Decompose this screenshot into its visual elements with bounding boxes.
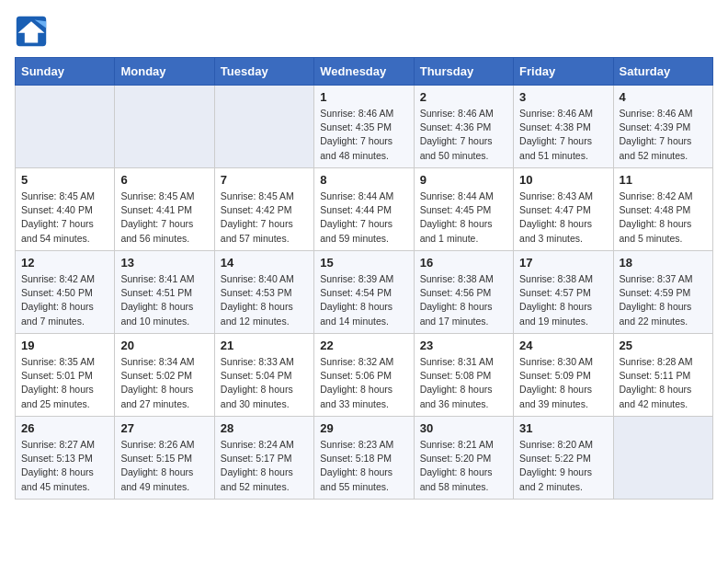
day-info: Sunrise: 8:21 AM Sunset: 5:20 PM Dayligh… <box>420 438 507 494</box>
day-header-wednesday: Wednesday <box>314 58 414 86</box>
day-number: 2 <box>420 90 507 104</box>
calendar-cell: 5Sunrise: 8:45 AM Sunset: 4:40 PM Daylig… <box>16 168 115 251</box>
day-number: 17 <box>519 256 607 270</box>
day-info: Sunrise: 8:45 AM Sunset: 4:42 PM Dayligh… <box>221 190 308 246</box>
day-header-saturday: Saturday <box>613 58 712 86</box>
calendar-cell: 11Sunrise: 8:42 AM Sunset: 4:48 PM Dayli… <box>613 168 712 251</box>
day-number: 25 <box>620 339 707 352</box>
day-info: Sunrise: 8:45 AM Sunset: 4:40 PM Dayligh… <box>21 190 108 246</box>
day-number: 6 <box>120 173 208 187</box>
calendar-week-row: 26Sunrise: 8:27 AM Sunset: 5:13 PM Dayli… <box>16 417 713 500</box>
calendar-cell: 17Sunrise: 8:38 AM Sunset: 4:57 PM Dayli… <box>514 251 613 334</box>
day-number: 31 <box>519 421 607 435</box>
calendar-cell: 31Sunrise: 8:20 AM Sunset: 5:22 PM Dayli… <box>514 417 613 500</box>
day-info: Sunrise: 8:35 AM Sunset: 5:01 PM Dayligh… <box>21 355 108 411</box>
calendar-cell: 22Sunrise: 8:32 AM Sunset: 5:06 PM Dayli… <box>314 334 414 417</box>
calendar-cell <box>16 86 115 168</box>
day-info: Sunrise: 8:34 AM Sunset: 5:02 PM Dayligh… <box>120 355 208 411</box>
calendar-cell: 29Sunrise: 8:23 AM Sunset: 5:18 PM Dayli… <box>314 417 414 500</box>
day-number: 9 <box>420 173 507 187</box>
day-number: 10 <box>519 173 607 187</box>
day-number: 26 <box>21 421 108 435</box>
calendar-cell: 25Sunrise: 8:28 AM Sunset: 5:11 PM Dayli… <box>613 334 712 417</box>
calendar-cell: 12Sunrise: 8:42 AM Sunset: 4:50 PM Dayli… <box>16 251 115 334</box>
day-info: Sunrise: 8:20 AM Sunset: 5:22 PM Dayligh… <box>519 438 607 494</box>
day-info: Sunrise: 8:38 AM Sunset: 4:57 PM Dayligh… <box>519 272 607 328</box>
day-info: Sunrise: 8:46 AM Sunset: 4:36 PM Dayligh… <box>420 107 507 163</box>
day-number: 20 <box>120 339 208 352</box>
day-number: 19 <box>21 339 108 352</box>
day-info: Sunrise: 8:33 AM Sunset: 5:04 PM Dayligh… <box>221 355 308 411</box>
day-header-tuesday: Tuesday <box>214 58 313 86</box>
day-number: 5 <box>21 173 108 187</box>
calendar-cell: 7Sunrise: 8:45 AM Sunset: 4:42 PM Daylig… <box>214 168 313 251</box>
day-number: 1 <box>320 90 407 104</box>
calendar-cell: 10Sunrise: 8:43 AM Sunset: 4:47 PM Dayli… <box>514 168 613 251</box>
calendar-cell <box>214 86 313 168</box>
day-info: Sunrise: 8:39 AM Sunset: 4:54 PM Dayligh… <box>320 272 407 328</box>
calendar-cell <box>613 417 712 500</box>
day-info: Sunrise: 8:38 AM Sunset: 4:56 PM Dayligh… <box>420 272 507 328</box>
logo-icon <box>15 15 48 48</box>
day-info: Sunrise: 8:23 AM Sunset: 5:18 PM Dayligh… <box>320 438 407 494</box>
calendar-cell: 20Sunrise: 8:34 AM Sunset: 5:02 PM Dayli… <box>115 334 214 417</box>
calendar-table: SundayMondayTuesdayWednesdayThursdayFrid… <box>15 57 713 500</box>
day-number: 8 <box>320 173 407 187</box>
calendar-cell: 1Sunrise: 8:46 AM Sunset: 4:35 PM Daylig… <box>314 86 414 168</box>
day-info: Sunrise: 8:46 AM Sunset: 4:39 PM Dayligh… <box>620 107 707 163</box>
day-number: 30 <box>420 421 507 435</box>
calendar-cell: 4Sunrise: 8:46 AM Sunset: 4:39 PM Daylig… <box>613 86 712 168</box>
day-info: Sunrise: 8:27 AM Sunset: 5:13 PM Dayligh… <box>21 438 108 494</box>
day-info: Sunrise: 8:28 AM Sunset: 5:11 PM Dayligh… <box>620 355 707 411</box>
calendar-week-row: 1Sunrise: 8:46 AM Sunset: 4:35 PM Daylig… <box>16 86 713 168</box>
calendar-cell: 14Sunrise: 8:40 AM Sunset: 4:53 PM Dayli… <box>214 251 313 334</box>
day-info: Sunrise: 8:32 AM Sunset: 5:06 PM Dayligh… <box>320 355 407 411</box>
calendar-cell: 30Sunrise: 8:21 AM Sunset: 5:20 PM Dayli… <box>414 417 513 500</box>
calendar-cell: 18Sunrise: 8:37 AM Sunset: 4:59 PM Dayli… <box>613 251 712 334</box>
day-number: 11 <box>620 173 707 187</box>
day-number: 7 <box>221 173 308 187</box>
day-number: 28 <box>221 421 308 435</box>
day-info: Sunrise: 8:43 AM Sunset: 4:47 PM Dayligh… <box>519 190 607 246</box>
calendar-cell: 19Sunrise: 8:35 AM Sunset: 5:01 PM Dayli… <box>16 334 115 417</box>
day-number: 24 <box>519 339 607 352</box>
day-info: Sunrise: 8:40 AM Sunset: 4:53 PM Dayligh… <box>221 272 308 328</box>
calendar-header-row: SundayMondayTuesdayWednesdayThursdayFrid… <box>16 58 713 86</box>
day-number: 22 <box>320 339 407 352</box>
day-number: 12 <box>21 256 108 270</box>
day-info: Sunrise: 8:45 AM Sunset: 4:41 PM Dayligh… <box>120 190 208 246</box>
header <box>15 15 713 48</box>
calendar-week-row: 5Sunrise: 8:45 AM Sunset: 4:40 PM Daylig… <box>16 168 713 251</box>
day-number: 3 <box>519 90 607 104</box>
calendar-cell: 16Sunrise: 8:38 AM Sunset: 4:56 PM Dayli… <box>414 251 513 334</box>
day-info: Sunrise: 8:31 AM Sunset: 5:08 PM Dayligh… <box>420 355 507 411</box>
calendar-cell: 9Sunrise: 8:44 AM Sunset: 4:45 PM Daylig… <box>414 168 513 251</box>
day-info: Sunrise: 8:37 AM Sunset: 4:59 PM Dayligh… <box>620 272 707 328</box>
day-number: 15 <box>320 256 407 270</box>
day-number: 4 <box>620 90 707 104</box>
day-info: Sunrise: 8:41 AM Sunset: 4:51 PM Dayligh… <box>120 272 208 328</box>
day-info: Sunrise: 8:26 AM Sunset: 5:15 PM Dayligh… <box>120 438 208 494</box>
day-header-sunday: Sunday <box>16 58 115 86</box>
calendar-cell: 26Sunrise: 8:27 AM Sunset: 5:13 PM Dayli… <box>16 417 115 500</box>
day-number: 21 <box>221 339 308 352</box>
day-number: 16 <box>420 256 507 270</box>
calendar-week-row: 12Sunrise: 8:42 AM Sunset: 4:50 PM Dayli… <box>16 251 713 334</box>
calendar-cell: 8Sunrise: 8:44 AM Sunset: 4:44 PM Daylig… <box>314 168 414 251</box>
day-header-friday: Friday <box>514 58 613 86</box>
day-info: Sunrise: 8:42 AM Sunset: 4:50 PM Dayligh… <box>21 272 108 328</box>
day-number: 29 <box>320 421 407 435</box>
calendar-cell: 28Sunrise: 8:24 AM Sunset: 5:17 PM Dayli… <box>214 417 313 500</box>
calendar-cell <box>115 86 214 168</box>
calendar-cell: 21Sunrise: 8:33 AM Sunset: 5:04 PM Dayli… <box>214 334 313 417</box>
calendar-cell: 6Sunrise: 8:45 AM Sunset: 4:41 PM Daylig… <box>115 168 214 251</box>
calendar-cell: 3Sunrise: 8:46 AM Sunset: 4:38 PM Daylig… <box>514 86 613 168</box>
day-info: Sunrise: 8:44 AM Sunset: 4:45 PM Dayligh… <box>420 190 507 246</box>
day-info: Sunrise: 8:46 AM Sunset: 4:38 PM Dayligh… <box>519 107 607 163</box>
calendar-cell: 13Sunrise: 8:41 AM Sunset: 4:51 PM Dayli… <box>115 251 214 334</box>
calendar-cell: 24Sunrise: 8:30 AM Sunset: 5:09 PM Dayli… <box>514 334 613 417</box>
calendar-cell: 27Sunrise: 8:26 AM Sunset: 5:15 PM Dayli… <box>115 417 214 500</box>
day-number: 13 <box>120 256 208 270</box>
calendar-cell: 15Sunrise: 8:39 AM Sunset: 4:54 PM Dayli… <box>314 251 414 334</box>
day-info: Sunrise: 8:24 AM Sunset: 5:17 PM Dayligh… <box>221 438 308 494</box>
